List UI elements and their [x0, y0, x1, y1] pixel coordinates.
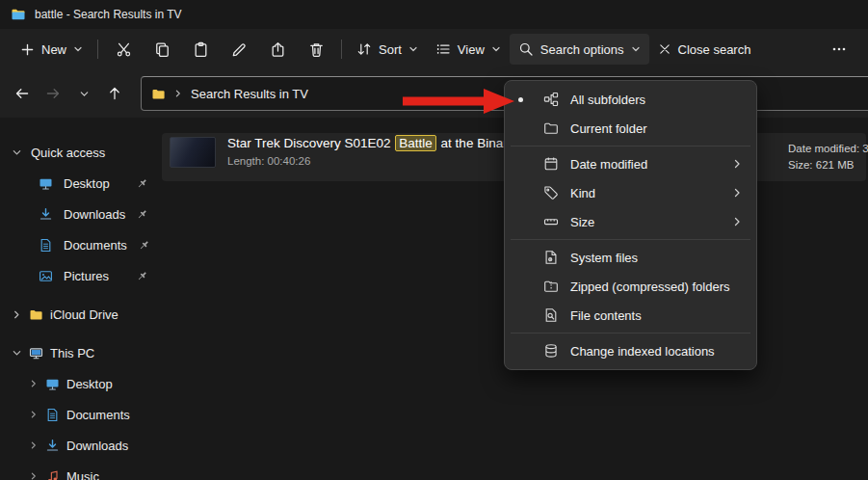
sidebar-item-this-pc[interactable]: This PC	[0, 337, 156, 368]
chevron-right-icon	[731, 158, 743, 170]
chevron-right-icon[interactable]	[29, 379, 39, 388]
new-button[interactable]: New	[12, 34, 92, 65]
sidebar-item-quick-access[interactable]: Quick access	[0, 137, 156, 168]
share-button[interactable]	[258, 34, 297, 65]
subfolders-icon	[543, 92, 559, 107]
music-icon	[45, 469, 60, 480]
sidebar-item-pc-downloads[interactable]: Downloads	[0, 430, 156, 461]
chevron-down-icon	[408, 44, 418, 54]
pin-icon	[136, 177, 148, 190]
explorer-folder-icon	[11, 7, 26, 22]
sidebar-item-pc-music[interactable]: Music	[0, 461, 156, 480]
documents-icon	[39, 238, 53, 253]
file-title-prefix: Star Trek Discovery S01E02	[227, 136, 394, 150]
file-explorer-window: battle - Search Results in TV New	[0, 0, 868, 480]
chevron-right-icon[interactable]	[29, 471, 39, 480]
sidebar-item-documents[interactable]: Documents	[0, 229, 156, 260]
search-result-item[interactable]: Star Trek Discovery S01E02 Battle at the…	[170, 135, 513, 168]
sidebar-label: Documents	[64, 238, 127, 253]
menu-item-label: Change indexed locations	[570, 344, 715, 359]
size-ruler-icon	[543, 214, 559, 229]
rename-button[interactable]	[220, 34, 258, 65]
sidebar-label: Desktop	[64, 176, 110, 191]
toolbar-divider	[341, 40, 342, 59]
chevron-down-icon	[491, 44, 501, 54]
sidebar-item-pc-documents[interactable]: Documents	[0, 399, 156, 430]
sidebar-label: Desktop	[66, 377, 113, 391]
forward-arrow-icon	[45, 86, 61, 101]
sidebar-item-pc-desktop[interactable]: Desktop	[0, 368, 156, 399]
radio-selected-dot	[518, 97, 543, 102]
new-label: New	[41, 42, 66, 57]
cut-button[interactable]	[104, 34, 143, 65]
sort-label: Sort	[379, 42, 402, 57]
documents-icon	[45, 408, 60, 422]
quick-access-label: Quick access	[31, 146, 105, 160]
rename-pencil-icon	[231, 41, 248, 58]
sidebar-item-desktop[interactable]: Desktop	[0, 168, 156, 199]
view-label: View	[458, 42, 485, 57]
sidebar-label: iCloud Drive	[50, 307, 118, 322]
breadcrumb-chevron-icon	[173, 89, 183, 98]
folder-icon	[151, 87, 166, 101]
sidebar-label: Documents	[66, 408, 130, 422]
forward-button[interactable]	[39, 79, 67, 108]
paste-button[interactable]	[181, 34, 220, 65]
up-button[interactable]	[100, 79, 129, 108]
sidebar-item-pictures[interactable]: Pictures	[0, 260, 156, 291]
copy-button[interactable]	[143, 34, 181, 65]
menu-item-change-indexed-locations[interactable]: Change indexed locations	[509, 336, 752, 365]
menu-separator	[511, 146, 750, 147]
sidebar-item-icloud-drive[interactable]: iCloud Drive	[0, 299, 156, 330]
menu-item-zipped-folders[interactable]: Zipped (compressed) folders	[509, 272, 752, 301]
search-options-button[interactable]: Search options	[510, 34, 649, 65]
back-button[interactable]	[8, 79, 37, 108]
downloads-icon	[45, 439, 60, 453]
file-contents-icon	[543, 307, 559, 323]
sidebar-item-downloads[interactable]: Downloads	[0, 199, 156, 229]
menu-item-file-contents[interactable]: File contents	[509, 301, 752, 330]
downloads-icon	[39, 207, 53, 222]
menu-item-label: Size	[570, 215, 594, 229]
menu-item-label: Kind	[570, 186, 595, 200]
file-text: Star Trek Discovery S01E02 Battle at the…	[227, 135, 513, 168]
close-icon	[658, 42, 671, 56]
up-arrow-icon	[107, 86, 122, 101]
chevron-down-icon	[631, 44, 641, 54]
view-list-icon	[435, 41, 451, 57]
more-options-button[interactable]	[820, 34, 858, 65]
pin-icon	[136, 208, 148, 221]
video-thumbnail	[170, 137, 216, 168]
pin-icon	[136, 270, 148, 282]
chevron-right-icon[interactable]	[29, 410, 39, 419]
chevron-down-icon[interactable]	[12, 147, 22, 158]
chevron-down-icon	[79, 89, 90, 99]
toolbar-divider	[97, 40, 98, 59]
view-button[interactable]: View	[427, 34, 510, 65]
chevron-down-icon[interactable]	[12, 348, 22, 359]
menu-item-current-folder[interactable]: Current folder	[509, 114, 752, 143]
chevron-right-icon	[731, 216, 743, 227]
menu-item-all-subfolders[interactable]: All subfolders	[509, 85, 752, 114]
menu-separator	[511, 333, 750, 333]
close-search-button[interactable]: Close search	[649, 34, 760, 65]
search-term-highlight: Battle	[395, 135, 436, 151]
menu-item-kind[interactable]: Kind	[509, 178, 752, 207]
scissors-icon	[116, 41, 132, 58]
menu-item-label: Date modified	[570, 157, 647, 172]
desktop-icon	[45, 377, 60, 391]
sort-button[interactable]: Sort	[348, 34, 427, 65]
breadcrumb-location[interactable]: Search Results in TV	[191, 87, 308, 101]
chevron-down-icon	[73, 44, 83, 54]
menu-item-size[interactable]: Size	[509, 207, 752, 236]
delete-button[interactable]	[297, 34, 335, 65]
chevron-right-icon	[731, 187, 743, 199]
menu-item-date-modified[interactable]: Date modified	[509, 149, 752, 178]
chevron-right-icon[interactable]	[29, 440, 39, 450]
recent-locations-button[interactable]	[69, 79, 98, 108]
chevron-right-icon[interactable]	[12, 309, 22, 320]
file-size: Size: 621 MB	[788, 157, 868, 173]
sidebar-label: Pictures	[64, 269, 109, 283]
menu-item-system-files[interactable]: System files	[509, 243, 752, 272]
red-arrow-annotation	[403, 87, 516, 116]
